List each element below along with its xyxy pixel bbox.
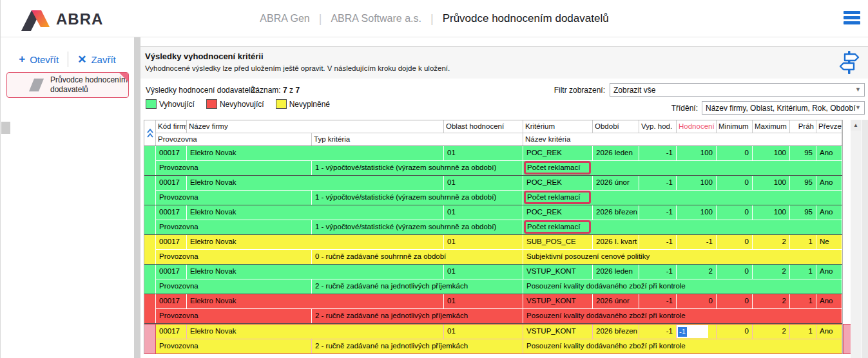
table-cell-hodnoceni[interactable]: 0 bbox=[677, 294, 717, 308]
table-cell-minimum[interactable]: 0 bbox=[717, 265, 753, 279]
table-cell-typ_kriteria[interactable]: 1 - výpočtové/statistické (výrazem souhr… bbox=[312, 220, 523, 234]
table-cell-kod[interactable]: 00017 bbox=[156, 235, 187, 249]
table-cell-kod[interactable]: 00017 bbox=[156, 176, 187, 190]
sidebar-splitter[interactable] bbox=[134, 37, 140, 358]
table-cell-kod[interactable]: 00017 bbox=[156, 265, 187, 279]
table-cell-nazev_kriteria[interactable]: Počet reklamací bbox=[523, 161, 842, 175]
table-cell-prevzeti[interactable]: Ano bbox=[816, 325, 842, 339]
scroll-up-icon[interactable]: ▲ bbox=[851, 120, 861, 131]
table-cell-nazev[interactable]: Elektro Novak bbox=[187, 235, 444, 249]
table-cell-vyp_hod[interactable]: -1 bbox=[639, 325, 677, 339]
table-cell-minimum[interactable]: 0 bbox=[717, 325, 753, 339]
close-button[interactable]: ✕ Zavřít bbox=[77, 53, 116, 66]
col-header-prevzeti[interactable]: Převzetí bbox=[816, 120, 842, 133]
table-cell-obdobi[interactable]: 2026 březen bbox=[593, 325, 639, 339]
table-cell-minimum[interactable]: 0 bbox=[717, 146, 753, 160]
table-row-detail[interactable]: Provozovna0 - ručně zadávané souhrnně za… bbox=[156, 250, 842, 264]
table-cell-kriterium[interactable]: SUB_POS_CE bbox=[523, 235, 593, 249]
table-row-main[interactable]: 00017Elektro Novak01VSTUP_KONT2026 únor-… bbox=[156, 294, 842, 309]
table-cell-prevzeti[interactable]: Ano bbox=[816, 176, 842, 190]
table-cell-kriterium[interactable]: VSTUP_KONT bbox=[523, 294, 593, 308]
table-cell-hodnoceni[interactable]: -1 bbox=[677, 325, 717, 339]
table-cell-maximum[interactable]: 2 bbox=[753, 265, 790, 279]
table-cell-maximum[interactable]: 2 bbox=[753, 325, 790, 339]
table-cell-kriterium[interactable]: VSTUP_KONT bbox=[523, 325, 593, 339]
table-cell-nazev_kriteria[interactable]: Počet reklamací bbox=[523, 220, 842, 234]
table-row-main[interactable]: 00017Elektro Novak01POC_REK2026 únor-110… bbox=[156, 176, 842, 191]
table-cell-minimum[interactable]: 0 bbox=[717, 235, 753, 249]
table-cell-hodnoceni[interactable]: 100 bbox=[677, 146, 717, 160]
table-cell-kriterium[interactable]: POC_REK bbox=[523, 146, 593, 160]
table-cell-obdobi[interactable]: 2026 únor bbox=[593, 176, 639, 190]
table-cell-oblast[interactable]: 01 bbox=[444, 176, 523, 190]
table-cell-kod[interactable]: 00017 bbox=[156, 294, 187, 308]
table-cell-oblast[interactable]: 01 bbox=[444, 205, 523, 220]
filter-combobox[interactable]: Zobrazit vše ▼ bbox=[610, 83, 865, 97]
table-cell-maximum[interactable]: 100 bbox=[753, 205, 790, 220]
table-cell-obdobi[interactable]: 2026 únor bbox=[593, 294, 639, 308]
table-record[interactable]: 00017Elektro Novak01POC_REK2026 únor-110… bbox=[144, 176, 842, 205]
vertical-scrollbar[interactable]: ▲ bbox=[851, 120, 861, 358]
table-cell-prevzeti[interactable]: Ano bbox=[816, 205, 842, 220]
col-header-kod-firmy[interactable]: Kód firmy bbox=[156, 120, 187, 133]
table-cell-prevzeti[interactable]: Ano bbox=[816, 265, 842, 279]
table-cell-nazev[interactable]: Elektro Novak bbox=[187, 146, 444, 160]
table-cell-prah[interactable]: 1 bbox=[790, 325, 816, 339]
table-cell-hodnoceni[interactable]: -1 bbox=[677, 235, 717, 249]
table-record[interactable]: 00017Elektro Novak01VSTUP_KONT2026 leden… bbox=[144, 265, 842, 294]
table-cell-typ_kriteria[interactable]: 2 - ručně zadávané na jednotlivých příje… bbox=[312, 309, 523, 323]
table-cell-kod[interactable]: 00017 bbox=[156, 205, 187, 220]
col-header-nazev-firmy[interactable]: Název firmy bbox=[187, 120, 444, 133]
table-cell-provozovna[interactable]: Provozovna bbox=[156, 220, 312, 234]
menu-icon[interactable] bbox=[844, 11, 860, 26]
table-cell-prah[interactable]: 95 bbox=[790, 176, 816, 190]
table-cell-maximum[interactable]: 2 bbox=[753, 294, 790, 308]
table-row-detail[interactable]: Provozovna1 - výpočtové/statistické (výr… bbox=[156, 220, 842, 234]
table-cell-provozovna[interactable]: Provozovna bbox=[156, 191, 312, 205]
table-cell-kriterium[interactable]: VSTUP_KONT bbox=[523, 265, 593, 279]
table-record[interactable]: 00017Elektro Novak01VSTUP_KONT2026 březe… bbox=[144, 324, 842, 354]
col-header-nazev-kriteria[interactable]: Název kritéria bbox=[523, 133, 842, 146]
table-cell-provozovna[interactable]: Provozovna bbox=[156, 161, 312, 175]
table-cell-prah[interactable]: 1 bbox=[790, 235, 816, 249]
table-cell-vyp_hod[interactable]: -1 bbox=[639, 176, 677, 190]
signpost-icon[interactable] bbox=[838, 50, 860, 78]
table-row-main[interactable]: 00017Elektro Novak01POC_REK2026 březen-1… bbox=[156, 205, 842, 220]
table-cell-prah[interactable]: 1 bbox=[790, 265, 816, 279]
collapse-all-icon[interactable] bbox=[144, 120, 156, 146]
table-record[interactable]: 00017Elektro Novak01SUB_POS_CE2026 I. kv… bbox=[144, 235, 842, 265]
table-record[interactable]: 00017Elektro Novak01POC_REK2026 březen-1… bbox=[144, 205, 842, 235]
table-cell-typ_kriteria[interactable]: 2 - ručně zadávané na jednotlivých příje… bbox=[312, 279, 523, 294]
scrollbar-thumb[interactable] bbox=[1, 122, 10, 134]
table-cell-vyp_hod[interactable]: -1 bbox=[639, 265, 677, 279]
table-cell-nazev_kriteria[interactable]: Subjektivní posouzení cenové politiky bbox=[523, 250, 842, 264]
col-header-provozovna[interactable]: Provozovna bbox=[156, 133, 312, 146]
table-cell-nazev[interactable]: Elektro Novak bbox=[187, 294, 444, 308]
table-cell-provozovna[interactable]: Provozovna bbox=[156, 309, 312, 323]
table-cell-nazev_kriteria[interactable]: Posouzení kvality dodávaného zboží při k… bbox=[523, 309, 842, 323]
table-cell-obdobi[interactable]: 2026 březen bbox=[593, 205, 639, 220]
table-cell-prah[interactable]: 95 bbox=[790, 205, 816, 220]
table-cell-obdobi[interactable]: 2026 I. kvart bbox=[593, 235, 639, 249]
table-cell-vyp_hod[interactable]: -1 bbox=[639, 294, 677, 308]
table-cell-maximum[interactable]: 100 bbox=[753, 146, 790, 160]
table-cell-provozovna[interactable]: Provozovna bbox=[156, 339, 312, 353]
table-cell-nazev_kriteria[interactable]: Počet reklamací bbox=[523, 191, 842, 205]
table-cell-minimum[interactable]: 0 bbox=[717, 205, 753, 220]
table-cell-provozovna[interactable]: Provozovna bbox=[156, 279, 312, 294]
table-cell-maximum[interactable]: 100 bbox=[753, 176, 790, 190]
table-cell-vyp_hod[interactable]: -1 bbox=[639, 146, 677, 160]
table-cell-hodnoceni[interactable]: 100 bbox=[677, 205, 717, 220]
col-header-hodnoceni[interactable]: Hodnocení bbox=[677, 120, 717, 133]
sort-combobox[interactable]: Název firmy, Oblast, Kritérium, Rok, Obd… bbox=[702, 101, 865, 115]
table-cell-oblast[interactable]: 01 bbox=[444, 325, 523, 339]
table-cell-prah[interactable]: 1 bbox=[790, 294, 816, 308]
table-row-detail[interactable]: Provozovna2 - ručně zadávané na jednotli… bbox=[156, 279, 842, 294]
table-row-main[interactable]: 00017Elektro Novak01POC_REK2026 leden-11… bbox=[156, 146, 842, 161]
col-header-obdobi[interactable]: Období bbox=[593, 120, 639, 133]
table-cell-oblast[interactable]: 01 bbox=[444, 294, 523, 308]
table-cell-prevzeti[interactable]: Ano bbox=[816, 146, 842, 160]
table-cell-kriterium[interactable]: POC_REK bbox=[523, 176, 593, 190]
table-cell-nazev_kriteria[interactable]: Posouzení kvality dodávaného zboží při k… bbox=[523, 279, 842, 294]
table-cell-oblast[interactable]: 01 bbox=[444, 235, 523, 249]
